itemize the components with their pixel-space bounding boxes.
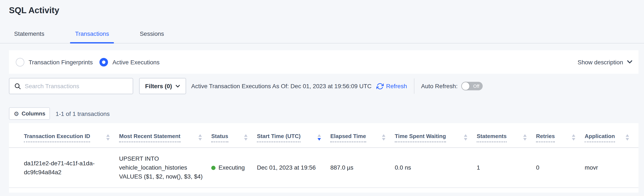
columns-button[interactable]: ⚙ Columns (9, 107, 50, 120)
column-header-time-spent-waiting[interactable]: Time Spent Waiting (395, 123, 477, 148)
search-input[interactable] (25, 83, 128, 89)
show-description-toggle[interactable]: Show description (578, 59, 632, 65)
tab-sessions[interactable]: Sessions (135, 30, 169, 43)
column-header-statements[interactable]: Statements (477, 123, 536, 148)
column-header-application[interactable]: Application (585, 123, 638, 148)
table-row: da1f21e2-de71-4c1f-a1da-dc9fc94a84a2 UPS… (9, 148, 638, 188)
radio-active-executions[interactable]: Active Executions (100, 58, 160, 66)
view-mode-radio-group: Transaction Fingerprints Active Executio… (16, 58, 160, 66)
sort-icon (106, 134, 110, 141)
sort-icon (626, 134, 629, 141)
radio-label: Transaction Fingerprints (28, 59, 93, 65)
tab-transactions[interactable]: Transactions (70, 30, 114, 43)
cell-start-time: Dec 01, 2023 at 19:56 (257, 148, 330, 188)
filters-button[interactable]: Filters (0) (139, 78, 186, 94)
show-description-label: Show description (578, 59, 623, 65)
sort-icon (523, 134, 527, 141)
auto-refresh-label: Auto Refresh: (421, 83, 458, 89)
sort-icon (318, 134, 321, 141)
sort-icon (244, 134, 248, 141)
filters-label: Filters (0) (145, 83, 172, 89)
results-count: 1-1 of 1 transactions (56, 110, 110, 117)
column-header-transaction-execution-id[interactable]: Transaction Execution ID (9, 123, 119, 148)
columns-button-label: Columns (22, 110, 45, 117)
cell-application: movr (585, 148, 638, 188)
radio-label: Active Executions (112, 59, 160, 65)
transactions-table-panel: Transaction Execution ID Most Recent Sta… (9, 123, 638, 193)
sort-icon (572, 134, 575, 141)
column-header-status[interactable]: Status (211, 123, 257, 148)
tab-statements[interactable]: Statements (9, 30, 50, 43)
cell-transaction-execution-id: da1f21e2-de71-4c1f-a1da-dc9fc94a84a2 (9, 148, 119, 188)
toolbar-divider (414, 78, 414, 94)
status-label: Executing (218, 163, 245, 172)
view-mode-panel: Transaction Fingerprints Active Executio… (9, 50, 638, 74)
refresh-label: Refresh (386, 83, 407, 89)
search-box (9, 78, 133, 94)
radio-icon (100, 58, 108, 66)
table-controls: ⚙ Columns 1-1 of 1 transactions (9, 107, 644, 120)
as-of-timestamp: Active Transaction Executions As Of: Dec… (191, 83, 372, 89)
toolbar: Filters (0) Active Transaction Execution… (9, 78, 638, 94)
transactions-table: Transaction Execution ID Most Recent Sta… (9, 123, 638, 188)
refresh-icon (376, 82, 384, 90)
cell-retries: 0 (536, 148, 585, 188)
page-title: SQL Activity (0, 0, 644, 15)
column-header-most-recent-statement[interactable]: Most Recent Statement (119, 123, 211, 148)
sort-icon (198, 134, 202, 141)
cell-statements: 1 (477, 148, 536, 188)
column-header-start-time[interactable]: Start Time (UTC) (257, 123, 330, 148)
sort-icon (382, 134, 386, 141)
toggle-knob-icon (462, 82, 470, 90)
toggle-state-label: Off (473, 82, 479, 90)
radio-icon (16, 58, 24, 66)
radio-transaction-fingerprints[interactable]: Transaction Fingerprints (16, 58, 93, 66)
sort-icon (464, 134, 467, 141)
auto-refresh-toggle[interactable]: Off (461, 82, 483, 90)
cell-elapsed-time: 887.0 µs (330, 148, 395, 188)
column-header-elapsed-time[interactable]: Elapsed Time (330, 123, 395, 148)
sql-activity-page: SQL Activity Statements Transactions Ses… (0, 0, 644, 196)
tab-bar: Statements Transactions Sessions (0, 30, 644, 43)
chevron-down-icon (627, 60, 632, 64)
gear-icon: ⚙ (14, 110, 19, 117)
refresh-button[interactable]: Refresh (376, 82, 407, 90)
cell-time-spent-waiting: 0.0 ns (395, 148, 477, 188)
cell-status: Executing (211, 148, 257, 188)
column-header-retries[interactable]: Retries (536, 123, 585, 148)
status-executing-dot-icon (211, 166, 216, 170)
chevron-down-icon (176, 85, 180, 88)
cell-most-recent-statement: UPSERT INTO vehicle_location_histories V… (119, 148, 211, 188)
table-header-row: Transaction Execution ID Most Recent Sta… (9, 123, 638, 148)
search-icon (14, 83, 21, 89)
